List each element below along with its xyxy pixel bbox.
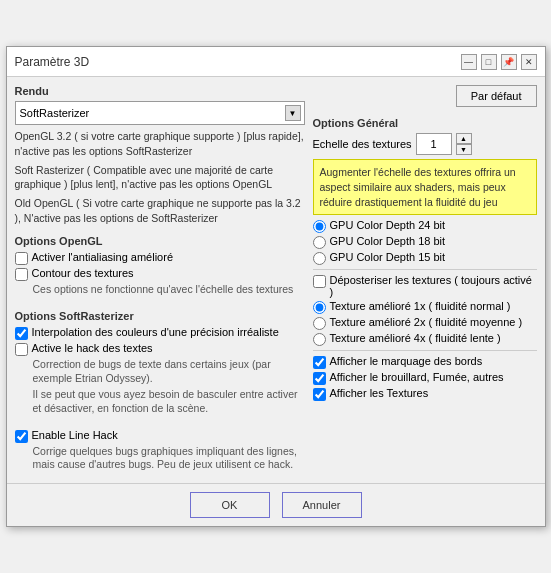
- dialog-title: Paramètre 3D: [15, 55, 90, 69]
- line-hack-label: Enable Line Hack: [32, 429, 118, 441]
- checkbox-textures: Afficher les Textures: [313, 387, 537, 401]
- antialiasing-checkbox[interactable]: [15, 252, 28, 265]
- renderer-desc3: Old OpenGL ( Si votre carte graphique ne…: [15, 196, 305, 225]
- spinner-down-button[interactable]: ▼: [456, 144, 472, 155]
- par-defaut-button[interactable]: Par défaut: [456, 85, 537, 107]
- opengl-section: Options OpenGL Activer l'antialiasing am…: [15, 235, 305, 300]
- opengl-label: Options OpenGL: [15, 235, 305, 247]
- divider-2: [313, 350, 537, 351]
- line-hack-section: Enable Line Hack Corrige quelques bugs g…: [15, 429, 305, 475]
- antialiasing-label: Activer l'antialiasing amélioré: [32, 251, 174, 263]
- checkbox-hack-textes: Active le hack des textes: [15, 342, 305, 356]
- pin-button[interactable]: 📌: [501, 54, 517, 70]
- renderer-select[interactable]: SoftRasterizer OpenGL 3.2 Old OpenGL: [15, 101, 305, 125]
- rendu-label: Rendu: [15, 85, 305, 97]
- marquage-bords-checkbox[interactable]: [313, 356, 326, 369]
- softraster-section: Options SoftRasterizer Interpolation des…: [15, 310, 305, 419]
- ok-button[interactable]: OK: [190, 492, 270, 518]
- spinner-up-button[interactable]: ▲: [456, 133, 472, 144]
- texture-2x-label: Texture amélioré 2x ( fluidité moyenne ): [330, 316, 523, 328]
- dialog-3d-params: Paramètre 3D — □ 📌 ✕ Rendu SoftRasterize…: [6, 46, 546, 527]
- echelle-textures-label: Echelle des textures: [313, 138, 412, 150]
- contour-label: Contour des textures: [32, 267, 134, 279]
- opengl-note: Ces options ne fonctionne qu'avec l'éche…: [15, 283, 305, 297]
- softraster-note1: Correction de bugs de texte dans certain…: [15, 358, 305, 385]
- content-area: Rendu SoftRasterizer OpenGL 3.2 Old Open…: [7, 77, 545, 483]
- texture-1x-radio[interactable]: [313, 301, 326, 314]
- texture-1x-label: Texture amélioré 1x ( fluidité normal ): [330, 300, 511, 312]
- window-controls: — □ 📌 ✕: [461, 54, 537, 70]
- checkbox-interpolation: Interpolation des couleurs d'une précisi…: [15, 326, 305, 340]
- texture-2x-radio[interactable]: [313, 317, 326, 330]
- renderer-desc1: OpenGL 3.2 ( si votre carte graphique su…: [15, 129, 305, 158]
- right-panel: Par défaut Options Général Echelle des t…: [313, 85, 537, 475]
- deposteriser-label: Déposteriser les textures ( toujours act…: [330, 274, 537, 298]
- gpu-24-label: GPU Color Depth 24 bit: [330, 219, 446, 231]
- textures-checkbox[interactable]: [313, 388, 326, 401]
- texture-ameliore-section: Texture amélioré 1x ( fluidité normal ) …: [313, 300, 537, 346]
- renderer-select-wrapper: SoftRasterizer OpenGL 3.2 Old OpenGL ▼: [15, 101, 305, 125]
- echelle-textures-row: Echelle des textures ▲ ▼: [313, 133, 537, 155]
- softraster-label: Options SoftRasterizer: [15, 310, 305, 322]
- rendu-section: Rendu SoftRasterizer OpenGL 3.2 Old Open…: [15, 85, 305, 225]
- radio-texture-1x: Texture amélioré 1x ( fluidité normal ): [313, 300, 537, 314]
- texture-4x-label: Texture amélioré 4x ( fluidité lente ): [330, 332, 501, 344]
- radio-texture-4x: Texture amélioré 4x ( fluidité lente ): [313, 332, 537, 346]
- hack-textes-checkbox[interactable]: [15, 343, 28, 356]
- deposteriser-checkbox[interactable]: [313, 275, 326, 288]
- checkbox-brouillard: Afficher le brouillard, Fumée, autres: [313, 371, 537, 385]
- marquage-bords-label: Afficher le marquage des bords: [330, 355, 483, 367]
- textures-label: Afficher les Textures: [330, 387, 429, 399]
- close-button[interactable]: ✕: [521, 54, 537, 70]
- restore-button[interactable]: □: [481, 54, 497, 70]
- title-bar: Paramètre 3D — □ 📌 ✕: [7, 47, 545, 77]
- gpu-24-radio[interactable]: [313, 220, 326, 233]
- radio-gpu-15: GPU Color Depth 15 bit: [313, 251, 537, 265]
- radio-texture-2x: Texture amélioré 2x ( fluidité moyenne ): [313, 316, 537, 330]
- interpolation-label: Interpolation des couleurs d'une précisi…: [32, 326, 279, 338]
- checkbox-deposteriser: Déposteriser les textures ( toujours act…: [313, 274, 537, 298]
- brouillard-checkbox[interactable]: [313, 372, 326, 385]
- line-hack-note: Corrige quelques bugs graphiques impliqu…: [15, 445, 305, 472]
- echelle-spinner: ▲ ▼: [456, 133, 472, 155]
- checkbox-antialiasing: Activer l'antialiasing amélioré: [15, 251, 305, 265]
- brouillard-label: Afficher le brouillard, Fumée, autres: [330, 371, 504, 383]
- minimize-button[interactable]: —: [461, 54, 477, 70]
- highlight-info-box: Augmenter l'échelle des textures offrira…: [313, 159, 537, 215]
- options-general-label: Options Général: [313, 117, 537, 129]
- line-hack-checkbox[interactable]: [15, 430, 28, 443]
- annuler-button[interactable]: Annuler: [282, 492, 362, 518]
- softraster-note2: Il se peut que vous ayez besoin de bascu…: [15, 388, 305, 415]
- texture-4x-radio[interactable]: [313, 333, 326, 346]
- radio-gpu-24: GPU Color Depth 24 bit: [313, 219, 537, 233]
- hack-textes-label: Active le hack des textes: [32, 342, 153, 354]
- gpu-15-label: GPU Color Depth 15 bit: [330, 251, 446, 263]
- gpu-15-radio[interactable]: [313, 252, 326, 265]
- radio-gpu-18: GPU Color Depth 18 bit: [313, 235, 537, 249]
- par-defaut-container: Par défaut: [313, 85, 537, 111]
- echelle-textures-input[interactable]: [416, 133, 452, 155]
- afficher-section: Afficher le marquage des bords Afficher …: [313, 355, 537, 401]
- gpu-color-section: GPU Color Depth 24 bit GPU Color Depth 1…: [313, 219, 537, 265]
- gpu-18-radio[interactable]: [313, 236, 326, 249]
- interpolation-checkbox[interactable]: [15, 327, 28, 340]
- gpu-18-label: GPU Color Depth 18 bit: [330, 235, 446, 247]
- checkbox-marquage-bords: Afficher le marquage des bords: [313, 355, 537, 369]
- footer-bar: OK Annuler: [7, 483, 545, 526]
- divider-1: [313, 269, 537, 270]
- options-general-section: Options Général Echelle des textures ▲ ▼…: [313, 117, 537, 403]
- contour-checkbox[interactable]: [15, 268, 28, 281]
- renderer-desc2: Soft Rasterizer ( Compatible avec une ma…: [15, 163, 305, 192]
- checkbox-contour: Contour des textures: [15, 267, 305, 281]
- checkbox-line-hack: Enable Line Hack: [15, 429, 305, 443]
- left-panel: Rendu SoftRasterizer OpenGL 3.2 Old Open…: [15, 85, 305, 475]
